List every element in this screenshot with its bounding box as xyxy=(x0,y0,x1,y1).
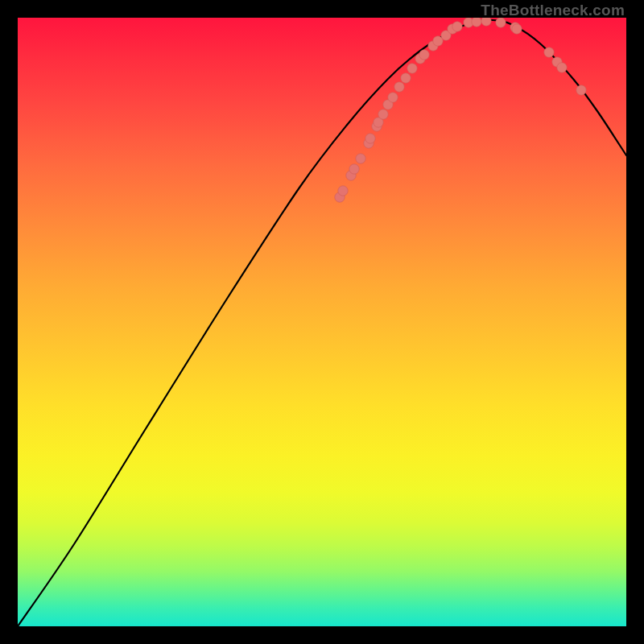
data-point xyxy=(338,186,348,196)
data-point xyxy=(349,164,359,174)
scatter-points xyxy=(335,18,586,202)
data-point xyxy=(356,154,365,163)
bottleneck-curve xyxy=(18,20,626,626)
data-point xyxy=(512,24,522,34)
data-point xyxy=(407,64,417,73)
data-point xyxy=(576,85,586,95)
data-point xyxy=(452,22,462,31)
data-point xyxy=(544,47,554,57)
data-point xyxy=(419,50,429,60)
chart-gradient-area xyxy=(18,18,626,626)
watermark-text: TheBottleneck.com xyxy=(481,2,625,19)
data-point xyxy=(401,73,411,83)
data-point xyxy=(557,63,567,72)
data-point xyxy=(394,82,404,92)
data-point xyxy=(378,109,388,119)
chart-svg xyxy=(18,18,626,626)
data-point xyxy=(388,93,398,102)
data-point xyxy=(472,18,481,27)
data-point xyxy=(365,134,375,143)
